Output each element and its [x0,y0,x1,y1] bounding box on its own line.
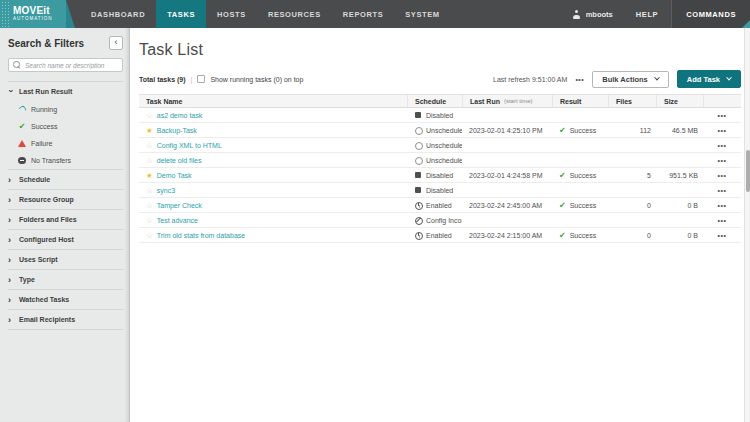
moveit-automation-logo[interactable]: MOVEit AUTOMATION [0,0,66,28]
col-task-name[interactable]: Task Name [139,95,407,107]
filter-section-label: Folders and Files [19,216,77,223]
filter-section-label: Configured Host [19,236,74,243]
search-input[interactable] [25,62,118,69]
list-controls-left: Total tasks (9) | Show running tasks (0)… [139,75,303,83]
table-row: ☆Trim old stats from databaseEnabled2023… [139,228,741,243]
favorite-star-icon[interactable]: ☆ [146,217,153,224]
refresh-options-icon[interactable]: ••• [575,76,584,83]
schedule-unscheduled-icon [414,141,422,149]
favorite-star-icon[interactable]: ☆ [146,232,153,239]
col-result[interactable]: Result [552,95,608,107]
filter-section-label: Schedule [19,176,50,183]
nav-item-system[interactable]: SYSTEM [394,0,450,28]
filter-section-uses-script[interactable]: ›Uses Script [0,250,129,269]
filter-section-type[interactable]: ›Type [0,270,129,289]
filter-section-configured-host[interactable]: ›Configured Host [0,230,129,249]
favorite-star-icon[interactable]: ☆ [146,157,153,164]
schedule-cell: Enabled [407,198,462,212]
task-name-link[interactable]: Demo Task [157,172,192,179]
filter-item-running[interactable]: Running [0,101,129,118]
chevron-right-icon: › [8,197,13,203]
row-more-options-icon[interactable]: ••• [718,157,727,164]
nav-item-resources[interactable]: RESOURCES [257,0,332,28]
filter-section-folders-and-files[interactable]: ›Folders and Files [0,210,129,229]
task-name-link[interactable]: as2 demo task [157,112,203,119]
schedule-cell: Unscheduled [407,138,462,152]
row-more-options-icon[interactable]: ••• [718,142,727,149]
nav-item-tasks[interactable]: TASKS [156,0,206,28]
nav-item-dashboard[interactable]: DASHBOARD [80,0,156,28]
sidebar-collapse-button[interactable]: ‹ [109,36,123,50]
col-schedule[interactable]: Schedule [407,95,462,107]
bulk-actions-button[interactable]: Bulk Actions [592,71,669,88]
user-menu[interactable]: mboots [563,0,623,28]
commands-button[interactable]: COMMANDS [671,0,750,28]
result-cell [552,108,608,122]
schedule-unscheduled-icon [414,126,422,134]
result-cell: ✔Success [552,198,608,212]
filter-section-email-recipients[interactable]: ›Email Recipients [0,310,129,329]
table-row: ☆as2 demo taskDisabled••• [139,108,741,123]
filter-item-failure[interactable]: Failure [0,135,129,152]
task-name-link[interactable]: Config XML to HTML [157,142,222,149]
row-more-options-icon[interactable]: ••• [718,232,727,239]
task-name-link[interactable]: sync3 [157,187,175,194]
task-name-link[interactable]: Test advance [157,217,198,224]
help-button[interactable]: HELP [623,0,671,28]
filter-item-no-transfers[interactable]: No Transfers [0,152,129,169]
filter-item-label: Success [31,123,57,130]
task-name-cell: ☆Config XML to HTML [139,138,407,152]
row-more-options-icon[interactable]: ••• [718,112,727,119]
last-run-cell [462,138,552,152]
search-field[interactable] [8,58,123,72]
filter-section-watched-tasks[interactable]: ›Watched Tasks [0,290,129,309]
schedule-enabled-icon [414,231,422,239]
last-run-cell [462,183,552,197]
filter-item-success[interactable]: Success [0,118,129,135]
col-last-run[interactable]: Last Run(start time) [462,95,552,107]
add-task-button[interactable]: Add Task [677,70,741,88]
col-actions[interactable] [703,95,741,107]
filter-section-schedule[interactable]: ›Schedule [0,170,129,189]
task-name-link[interactable]: Tamper Check [157,202,202,209]
chevron-right-icon: › [8,277,13,283]
vertical-scrollbar[interactable] [744,28,750,422]
schedule-label: Unscheduled [426,157,462,164]
nav-item-reports[interactable]: REPORTS [332,0,394,28]
favorite-star-icon[interactable]: ★ [146,127,153,134]
col-files[interactable]: Files [608,95,656,107]
row-actions-cell: ••• [703,138,741,152]
show-running-checkbox[interactable] [197,75,205,83]
username-label: mboots [586,10,613,19]
task-name-link[interactable]: Backup-Task [157,127,197,134]
favorite-star-icon[interactable]: ☆ [146,187,153,194]
filter-section-last-run-result[interactable]: › Last Run Result [0,82,129,101]
scrollbar-thumb[interactable] [746,150,750,192]
column-header-label: Task Name [146,98,182,105]
row-more-options-icon[interactable]: ••• [718,202,727,209]
sidebar-collapsed-sections: ›Schedule›Resource Group›Folders and Fil… [0,169,129,330]
task-list-main: Task List Total tasks (9) | Show running… [130,28,744,422]
col-size[interactable]: Size [656,95,703,107]
task-name-link[interactable]: Trim old stats from database [157,232,245,239]
nav-right: mboots HELP COMMANDS [563,0,750,28]
row-more-options-icon[interactable]: ••• [718,127,727,134]
failure-icon [18,140,26,147]
row-more-options-icon[interactable]: ••• [718,172,727,179]
favorite-star-icon[interactable]: ☆ [146,142,153,149]
filter-section-resource-group[interactable]: ›Resource Group [0,190,129,209]
favorite-star-icon[interactable]: ☆ [146,112,153,119]
filter-item-label: No Transfers [31,157,71,164]
favorite-star-icon[interactable]: ☆ [146,202,153,209]
row-more-options-icon[interactable]: ••• [718,187,727,194]
favorite-star-icon[interactable]: ★ [146,172,153,179]
row-actions-cell: ••• [703,123,741,137]
row-more-options-icon[interactable]: ••• [718,217,727,224]
table-row: ☆delete old filesUnscheduled••• [139,153,741,168]
nav-item-hosts[interactable]: HOSTS [206,0,257,28]
task-name-link[interactable]: delete old files [157,157,202,164]
list-controls: Total tasks (9) | Show running tasks (0)… [139,70,741,88]
files-cell [608,108,656,122]
chevron-right-icon: › [8,317,13,323]
filter-section-label: Resource Group [19,196,74,203]
